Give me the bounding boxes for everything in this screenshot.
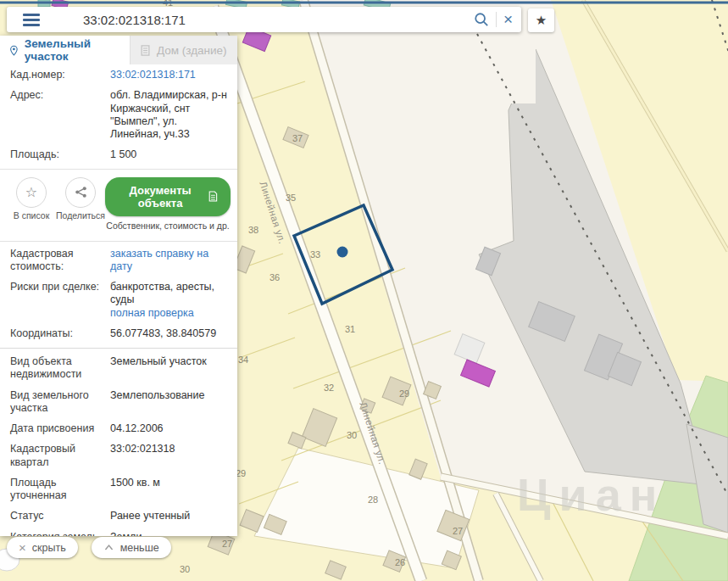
divider <box>496 12 497 27</box>
document-icon <box>208 190 218 203</box>
divider <box>0 241 237 242</box>
add-to-list-button[interactable]: ☆ В список <box>7 177 56 221</box>
parcel-number: 30 <box>347 430 357 440</box>
parcel-number: 28 <box>368 494 378 505</box>
star-icon: ★ <box>536 13 547 28</box>
field-value: заказать справку на дату <box>110 248 227 274</box>
object-documents-button[interactable]: Документы объекта <box>105 177 231 216</box>
search-bar: × <box>7 7 521 32</box>
top-edge-line <box>0 2 728 4</box>
divider <box>0 169 237 170</box>
field-label: Вид земельного участка <box>10 389 110 416</box>
field-value: 1 500 <box>110 148 227 161</box>
parcel-number: 27 <box>222 539 232 549</box>
tab-building[interactable]: Дом (здание) <box>130 36 237 64</box>
field-label: Кадастровая стоимость: <box>10 248 110 274</box>
selected-parcel-marker[interactable] <box>337 247 348 258</box>
tab-land-parcel[interactable]: Земельный участок <box>0 36 130 64</box>
field-row: Кад.номер: 33:02:021318:171 <box>0 64 237 85</box>
field-value: Землепользование <box>110 389 227 416</box>
field-value: Земли сельскохозяйственного назначения <box>110 531 227 537</box>
less-label: меньше <box>120 542 159 554</box>
field-label: Площадь уточненная <box>10 477 110 503</box>
field-label: Вид объекта недвижимости <box>10 355 110 382</box>
field-row: Статус Ранее учтенный <box>0 506 237 526</box>
building-icon <box>139 44 152 57</box>
field-row: Вид объекта недвижимости Земельный участ… <box>0 348 237 385</box>
value-link[interactable]: заказать справку на дату <box>110 248 208 272</box>
field-row: Площадь: 1 500 <box>0 144 237 165</box>
share-button[interactable]: Поделиться <box>56 177 105 221</box>
share-label: Поделиться <box>56 210 105 221</box>
star-outline-icon: ☆ <box>25 184 37 200</box>
field-label: Категория земель <box>10 531 110 537</box>
field-label: Координаты: <box>10 327 110 340</box>
field-row: Координаты: 56.077483, 38.840579 <box>0 323 237 344</box>
parcel-number: 31 <box>345 324 355 334</box>
value-link[interactable]: 33:02:021318:171 <box>110 69 196 81</box>
map-controls: × скрыть меньше <box>7 537 171 558</box>
summary-rows: Кад.номер: 33:02:021318:171 Адрес: обл. … <box>0 64 237 165</box>
field-row: Вид земельного участка Землепользование <box>0 385 237 419</box>
field-row: Площадь уточненная 1500 кв. м <box>0 472 237 506</box>
clear-search-icon[interactable]: × <box>503 11 513 27</box>
parcel-number: 35 <box>286 193 296 203</box>
field-label: Адрес: <box>10 89 110 141</box>
parcel-number: 36 <box>270 272 280 282</box>
field-row: Категория земель Земли сельскохозяйствен… <box>0 527 237 537</box>
search-icon[interactable] <box>474 12 489 27</box>
field-label: Дата присвоения <box>10 422 110 435</box>
field-label: Риски при сделке: <box>10 281 110 320</box>
parcel-number: 33 <box>310 249 320 260</box>
parcel-number: 34 <box>238 355 248 365</box>
field-value: 56.077483, 38.840579 <box>110 327 227 340</box>
parcel-number: 26 <box>395 557 405 567</box>
detail-rows: Кадастровая стоимость: заказать справку … <box>0 243 237 537</box>
cadastral-map-app: 4137353833363134322930292827272630 Линей… <box>0 0 728 581</box>
parcel-number: 38 <box>248 225 258 235</box>
documents-caption: Собственник, стоимость и др. <box>105 221 231 231</box>
land-parcel-pin-icon <box>8 44 19 57</box>
info-panel: Земельный участок Дом (здание) Кад.номер… <box>0 36 237 536</box>
close-icon: × <box>19 541 26 554</box>
parcel-number: 37 <box>292 133 303 143</box>
tab-label: Дом (здание) <box>157 44 227 57</box>
hide-panel-button[interactable]: × скрыть <box>7 537 78 558</box>
add-to-list-label: В список <box>7 210 56 221</box>
field-value: Земельный участок <box>110 355 227 382</box>
share-icon <box>75 186 87 198</box>
hamburger-icon <box>23 14 40 26</box>
field-label: Кадастровый квартал <box>10 443 110 469</box>
menu-button[interactable] <box>7 7 56 32</box>
field-value: банкротства, аресты, судыполная проверка <box>110 281 227 320</box>
field-row: Адрес: обл. Владимирская, р-н Киржачский… <box>0 85 237 144</box>
parcel-number: 27 <box>453 526 463 536</box>
watermark: Циан <box>517 469 665 520</box>
field-row: Риски при сделке: банкротства, аресты, с… <box>0 277 237 323</box>
hide-label: скрыть <box>32 542 66 554</box>
field-label: Кад.номер: <box>10 69 110 81</box>
extra-link[interactable]: полная проверка <box>110 307 227 320</box>
field-label: Статус <box>10 510 110 522</box>
search-input[interactable] <box>56 13 474 27</box>
parcel-number: 29 <box>399 388 409 399</box>
field-value: 1500 кв. м <box>110 477 227 503</box>
favorite-button[interactable]: ★ <box>528 8 554 32</box>
field-row: Дата присвоения 04.12.2006 <box>0 418 237 439</box>
field-value: 04.12.2006 <box>110 422 227 435</box>
field-row: Кадастровая стоимость: заказать справку … <box>0 243 237 277</box>
field-label: Площадь: <box>10 148 110 161</box>
collapse-panel-button[interactable]: меньше <box>92 537 171 558</box>
actions-row: ☆ В список Поделиться Документы <box>0 171 237 237</box>
chevron-up-icon <box>103 543 114 552</box>
parcel-number: 32 <box>324 383 334 393</box>
panel-tabs: Земельный участок Дом (здание) <box>0 36 237 64</box>
field-value: 33:02:021318:171 <box>110 69 227 81</box>
parcel-number: 30 <box>180 564 190 574</box>
field-value: Ранее учтенный <box>110 510 227 522</box>
field-value: 33:02:021318 <box>110 443 227 469</box>
field-value: обл. Владимирская, р-н Киржачский, снт "… <box>110 89 227 141</box>
field-row: Кадастровый квартал 33:02:021318 <box>0 439 237 472</box>
tab-label: Земельный участок <box>25 37 121 63</box>
